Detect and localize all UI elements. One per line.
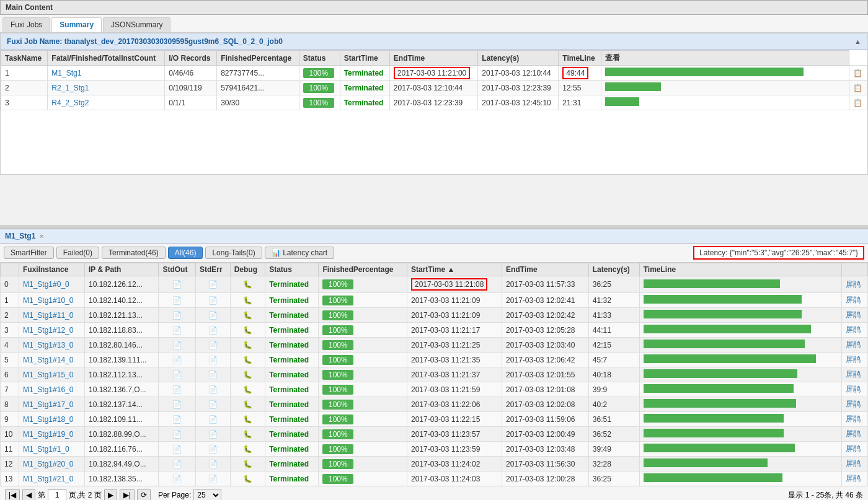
cell-debug[interactable]: 🐛 bbox=[230, 397, 265, 412]
cell-inst-view[interactable]: 屏鹃 bbox=[842, 367, 868, 382]
chart-icon: 📊 bbox=[272, 248, 281, 257]
cell-taskname: M1_Stg1 bbox=[48, 66, 165, 81]
cell-taskname: R4_2_Stg2 bbox=[48, 95, 165, 110]
cell-stderr[interactable]: 📄 bbox=[195, 367, 230, 382]
cell-stderr[interactable]: 📄 bbox=[195, 382, 230, 397]
th-ip-path: IP & Path bbox=[84, 263, 158, 276]
th-taskname: TaskName bbox=[1, 51, 48, 66]
cell-ip: 10.182.136.7,O... bbox=[84, 382, 158, 397]
subtab-long-tails[interactable]: Long-Tails(0) bbox=[205, 247, 262, 259]
cell-stdout[interactable]: 📄 bbox=[159, 367, 195, 382]
cell-debug[interactable]: 🐛 bbox=[230, 457, 265, 471]
cell-stdout[interactable]: 📄 bbox=[159, 293, 195, 308]
cell-stderr[interactable]: 📄 bbox=[195, 276, 230, 293]
subtab-failed[interactable]: Failed(0) bbox=[56, 247, 99, 259]
cell-stdout[interactable]: 📄 bbox=[159, 382, 195, 397]
cell-ip: 10.182.121.13... bbox=[84, 308, 158, 323]
tab-fuxi-jobs[interactable]: Fuxi Jobs bbox=[2, 17, 50, 32]
cell-inst-view[interactable]: 屏鹃 bbox=[842, 442, 868, 457]
cell-stderr[interactable]: 📄 bbox=[195, 397, 230, 412]
cell-stdout[interactable]: 📄 bbox=[159, 471, 195, 486]
cell-debug[interactable]: 🐛 bbox=[230, 308, 265, 323]
cell-stdout[interactable]: 📄 bbox=[159, 338, 195, 353]
first-page-button[interactable]: |◀ bbox=[5, 489, 20, 500]
cell-debug[interactable]: 🐛 bbox=[230, 367, 265, 382]
cell-stderr[interactable]: 📄 bbox=[195, 427, 230, 442]
refresh-button[interactable]: ⟳ bbox=[137, 489, 151, 500]
cell-debug[interactable]: 🐛 bbox=[230, 323, 265, 338]
cell-inst-view[interactable]: 屏鹃 bbox=[842, 276, 868, 293]
cell-view[interactable]: 📋 bbox=[849, 95, 867, 110]
instance-table-row: 6 M1_Stg1#15_0 10.182.112.13... 📄 📄 🐛 Te… bbox=[1, 367, 868, 382]
job-title-bar: Fuxi Job Name: tbanalyst_dev_20170303030… bbox=[1, 33, 867, 50]
subtab-smartfilter[interactable]: SmartFilter bbox=[4, 247, 54, 259]
tab-json-summary[interactable]: JSONSummary bbox=[103, 17, 170, 32]
cell-debug[interactable]: 🐛 bbox=[230, 338, 265, 353]
subtab-all[interactable]: All(46) bbox=[168, 247, 203, 259]
tab-summary[interactable]: Summary bbox=[51, 17, 102, 32]
cell-view[interactable]: 📋 bbox=[849, 81, 867, 95]
cell-stdout[interactable]: 📄 bbox=[159, 442, 195, 457]
cell-stderr[interactable]: 📄 bbox=[195, 353, 230, 367]
cell-stderr[interactable]: 📄 bbox=[195, 412, 230, 427]
th-latency: Latency(s) bbox=[478, 51, 559, 66]
cell-inst-view[interactable]: 屏鹃 bbox=[842, 308, 868, 323]
cell-stderr[interactable]: 📄 bbox=[195, 338, 230, 353]
subtab-terminated[interactable]: Terminated(46) bbox=[102, 247, 166, 259]
cell-stderr[interactable]: 📄 bbox=[195, 442, 230, 457]
cell-row-idx: 6 bbox=[1, 367, 19, 382]
cell-stdout[interactable]: 📄 bbox=[159, 353, 195, 367]
cell-debug[interactable]: 🐛 bbox=[230, 442, 265, 457]
page-input[interactable] bbox=[48, 489, 66, 500]
cell-stdout[interactable]: 📄 bbox=[159, 276, 195, 293]
cell-inst-view[interactable]: 屏鹃 bbox=[842, 293, 868, 308]
cell-row-idx: 1 bbox=[1, 293, 19, 308]
bottom-tab-close[interactable]: ✕ bbox=[39, 233, 44, 240]
cell-debug[interactable]: 🐛 bbox=[230, 382, 265, 397]
cell-view[interactable]: 📋 bbox=[849, 66, 867, 81]
cell-inst-view[interactable]: 屏鹃 bbox=[842, 353, 868, 367]
collapse-button[interactable]: ▲ bbox=[854, 38, 861, 45]
cell-inst-view[interactable]: 屏鹃 bbox=[842, 471, 868, 486]
cell-inst-view[interactable]: 屏鹃 bbox=[842, 397, 868, 412]
instance-table-row: 3 M1_Stg1#12_0 10.182.118.83... 📄 📄 🐛 Te… bbox=[1, 323, 868, 338]
cell-num: 1 bbox=[1, 66, 48, 81]
cell-inst-view[interactable]: 屏鹃 bbox=[842, 427, 868, 442]
cell-debug[interactable]: 🐛 bbox=[230, 293, 265, 308]
cell-inst-view[interactable]: 屏鹃 bbox=[842, 457, 868, 471]
subtab-latency-chart[interactable]: 📊 Latency chart bbox=[265, 247, 334, 259]
next-page-button[interactable]: ▶ bbox=[104, 489, 117, 500]
cell-stderr[interactable]: 📄 bbox=[195, 293, 230, 308]
cell-stderr[interactable]: 📄 bbox=[195, 457, 230, 471]
cell-stderr[interactable]: 📄 bbox=[195, 323, 230, 338]
cell-stdout[interactable]: 📄 bbox=[159, 457, 195, 471]
cell-inst-end: 2017-03-03 12:01:08 bbox=[502, 382, 589, 397]
cell-debug[interactable]: 🐛 bbox=[230, 276, 265, 293]
cell-inst-view[interactable]: 屏鹃 bbox=[842, 382, 868, 397]
cell-debug[interactable]: 🐛 bbox=[230, 412, 265, 427]
cell-instance: M1_Stg1#11_0 bbox=[19, 308, 85, 323]
cell-stdout[interactable]: 📄 bbox=[159, 427, 195, 442]
cell-inst-view[interactable]: 屏鹃 bbox=[842, 338, 868, 353]
cell-ip: 10.182.80.146... bbox=[84, 338, 158, 353]
cell-stderr[interactable]: 📄 bbox=[195, 471, 230, 486]
cell-stdout[interactable]: 📄 bbox=[159, 323, 195, 338]
cell-inst-end: 2017-03-03 11:57:33 bbox=[502, 276, 589, 293]
cell-debug[interactable]: 🐛 bbox=[230, 471, 265, 486]
cell-debug[interactable]: 🐛 bbox=[230, 427, 265, 442]
cell-inst-pct: 100% bbox=[319, 427, 407, 442]
prev-page-button[interactable]: ◀ bbox=[22, 489, 35, 500]
last-page-button[interactable]: ▶| bbox=[120, 489, 135, 500]
per-page-select[interactable]: 25 50 100 bbox=[193, 489, 221, 500]
cell-inst-latency: 41:33 bbox=[588, 308, 639, 323]
cell-row-idx: 2 bbox=[1, 308, 19, 323]
cell-stdout[interactable]: 📄 bbox=[159, 308, 195, 323]
cell-debug[interactable]: 🐛 bbox=[230, 353, 265, 367]
th-stdout: StdOut bbox=[159, 263, 195, 276]
cell-inst-view[interactable]: 屏鹃 bbox=[842, 412, 868, 427]
cell-stdout[interactable]: 📄 bbox=[159, 397, 195, 412]
cell-inst-view[interactable]: 屏鹃 bbox=[842, 323, 868, 338]
cell-stdout[interactable]: 📄 bbox=[159, 412, 195, 427]
cell-stderr[interactable]: 📄 bbox=[195, 308, 230, 323]
cell-inst-timeline bbox=[639, 293, 842, 308]
